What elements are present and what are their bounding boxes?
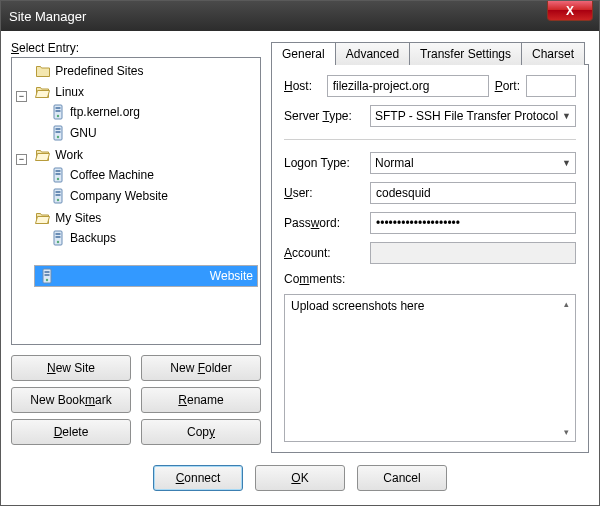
new-site-button[interactable]: New Site (11, 355, 131, 381)
host-label: Host: (284, 79, 321, 93)
tree-backups[interactable]: Backups (48, 230, 118, 246)
ok-button[interactable]: OK (255, 465, 345, 491)
select-entry-text: elect Entry: (19, 41, 79, 55)
folder-open-icon (35, 84, 51, 100)
folder-open-icon (35, 147, 51, 163)
server-type-select[interactable]: SFTP - SSH File Transfer Protocol ▼ (370, 105, 576, 127)
delete-button[interactable]: Delete (11, 419, 131, 445)
server-icon (50, 188, 66, 204)
tree-company-website[interactable]: Company Website (48, 188, 170, 204)
server-type-label: Server Type: (284, 109, 364, 123)
tree-website[interactable]: Website (34, 265, 258, 287)
new-folder-button[interactable]: New Folder (141, 355, 261, 381)
site-manager-window: Site Manager X Select Entry: Predefined (0, 0, 600, 506)
select-entry-label: Select Entry: (11, 41, 261, 55)
scroll-up-icon[interactable]: ▴ (559, 297, 573, 311)
close-icon: X (566, 4, 574, 18)
server-icon (39, 268, 55, 284)
cancel-button[interactable]: Cancel (357, 465, 447, 491)
logon-type-select[interactable]: Normal ▼ (370, 152, 576, 174)
host-input[interactable] (327, 75, 489, 97)
tab-general[interactable]: General (271, 42, 336, 65)
comments-value: Upload screenshots here (291, 299, 424, 313)
server-type-value: SFTP - SSH File Transfer Protocol (375, 109, 558, 123)
server-icon (50, 230, 66, 246)
logon-type-value: Normal (375, 156, 414, 170)
account-input[interactable] (370, 242, 576, 264)
scroll-down-icon[interactable]: ▾ (559, 425, 573, 439)
server-icon (50, 104, 66, 120)
window-title: Site Manager (9, 9, 86, 24)
tab-transfer-settings[interactable]: Transfer Settings (409, 42, 522, 65)
logon-type-label: Logon Type: (284, 156, 364, 170)
folder-icon (35, 63, 51, 79)
content-area: Select Entry: Predefined Sites − (1, 31, 599, 505)
tab-panel-general: Host: Port: Server Type: SFTP - SSH File… (271, 64, 589, 453)
site-tree[interactable]: Predefined Sites − Linux ftp.kernel.org (11, 57, 261, 345)
user-input[interactable] (370, 182, 576, 204)
tab-advanced[interactable]: Advanced (335, 42, 410, 65)
close-button[interactable]: X (547, 1, 593, 21)
footer-buttons: Connect OK Cancel (11, 453, 589, 505)
user-label: User: (284, 186, 364, 200)
divider (284, 139, 576, 140)
comments-label: Comments: (284, 272, 576, 286)
comments-textarea[interactable]: Upload screenshots here ▴ ▾ (284, 294, 576, 442)
chevron-down-icon: ▼ (562, 158, 571, 168)
tree-linux[interactable]: Linux (33, 84, 86, 100)
rename-button[interactable]: Rename (141, 387, 261, 413)
tree-work[interactable]: Work (33, 147, 85, 163)
main-area: Select Entry: Predefined Sites − (11, 41, 589, 453)
folder-open-icon (35, 210, 51, 226)
server-icon (50, 167, 66, 183)
tab-bar: General Advanced Transfer Settings Chars… (271, 41, 589, 64)
expander-linux[interactable]: − (16, 91, 27, 102)
copy-button[interactable]: Copy (141, 419, 261, 445)
tree-my-sites[interactable]: My Sites (33, 210, 103, 226)
tab-charset[interactable]: Charset (521, 42, 585, 65)
tree-coffee-machine[interactable]: Coffee Machine (48, 167, 156, 183)
password-input[interactable] (370, 212, 576, 234)
right-column: General Advanced Transfer Settings Chars… (271, 41, 589, 453)
password-label: Password: (284, 216, 364, 230)
port-input[interactable] (526, 75, 576, 97)
expander-work[interactable]: − (16, 154, 27, 165)
titlebar[interactable]: Site Manager X (1, 1, 599, 31)
tree-gnu[interactable]: GNU (48, 125, 99, 141)
connect-button[interactable]: Connect (153, 465, 243, 491)
new-bookmark-button[interactable]: New Bookmark (11, 387, 131, 413)
tree-ftp-kernel[interactable]: ftp.kernel.org (48, 104, 142, 120)
account-label: Account: (284, 246, 364, 260)
server-icon (50, 125, 66, 141)
site-button-grid: New Site New Folder New Bookmark Rename … (11, 355, 261, 445)
tree-predefined-sites[interactable]: Predefined Sites (33, 63, 145, 79)
port-label: Port: (495, 79, 520, 93)
left-column: Select Entry: Predefined Sites − (11, 41, 261, 453)
chevron-down-icon: ▼ (562, 111, 571, 121)
